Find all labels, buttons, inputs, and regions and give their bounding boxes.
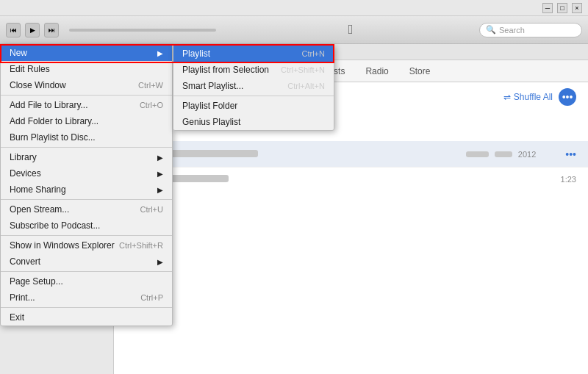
submenu-arrow-library: ▶ bbox=[157, 154, 163, 162]
file-menu-add-folder[interactable]: Add Folder to Library... bbox=[1, 113, 172, 129]
file-menu-edit-rules[interactable]: Edit Rules bbox=[1, 61, 172, 77]
close-button[interactable]: × bbox=[572, 3, 582, 13]
file-menu-subscribe-podcast[interactable]: Subscribe to Podcast... bbox=[1, 217, 172, 234]
file-menu-print-shortcut: Ctrl+P bbox=[140, 293, 163, 302]
file-menu-page-setup-label: Page Setup... bbox=[10, 276, 63, 287]
file-menu-home-sharing[interactable]: Home Sharing ▶ bbox=[1, 181, 172, 198]
file-menu-exit[interactable]: Exit bbox=[1, 309, 172, 326]
submenu-item-playlist[interactable]: Playlist Ctrl+N bbox=[173, 46, 334, 62]
search-box[interactable]: 🔍 Search bbox=[479, 23, 582, 37]
file-menu-divider-5 bbox=[1, 271, 172, 272]
track-meta-1: 2012 ••• bbox=[466, 148, 576, 160]
file-submenu-new: Playlist Ctrl+N Playlist from Selection … bbox=[173, 45, 334, 131]
track-meta-bar-1 bbox=[466, 151, 489, 157]
submenu-divider-1 bbox=[173, 96, 334, 96]
submenu-pfrom-label: Playlist from Selection bbox=[182, 65, 269, 75]
file-menu-show-explorer-shortcut: Ctrl+Shift+R bbox=[119, 241, 163, 250]
submenu-item-playlist-from-selection[interactable]: Playlist from Selection Ctrl+Shift+N bbox=[173, 62, 334, 78]
progress-bar[interactable] bbox=[69, 29, 216, 32]
track-more-button-1[interactable]: ••• bbox=[565, 148, 576, 160]
table-row: 2012 ••• bbox=[114, 141, 588, 168]
title-bar: ─ □ × bbox=[0, 0, 588, 16]
file-menu-open-stream-shortcut: Ctrl+U bbox=[140, 205, 163, 214]
file-menu-home-sharing-label: Home Sharing bbox=[10, 184, 66, 195]
track-meta-2: 1:23 bbox=[466, 175, 576, 184]
apple-logo-icon:  bbox=[348, 22, 354, 37]
file-menu-convert[interactable]: Convert ▶ bbox=[1, 253, 172, 270]
tab-store[interactable]: Store bbox=[401, 63, 440, 79]
file-menu-divider-6 bbox=[1, 307, 172, 308]
file-menu-add-folder-label: Add Folder to Library... bbox=[10, 116, 98, 126]
shuffle-icon: ⇌ bbox=[503, 92, 511, 102]
file-menu-add-file-shortcut: Ctrl+O bbox=[140, 101, 163, 109]
track-meta-bar-2 bbox=[495, 151, 512, 157]
maximize-button[interactable]: □ bbox=[557, 3, 567, 13]
file-menu-show-explorer-label: Show in Windows Explorer bbox=[10, 240, 115, 251]
search-placeholder: Search bbox=[499, 26, 525, 35]
rewind-button[interactable]: ⏮ bbox=[6, 23, 21, 37]
file-menu-close-window[interactable]: Close Window Ctrl+W bbox=[1, 77, 172, 93]
file-menu-dropdown: New ▶ Playlist Ctrl+N Playlist from Sele… bbox=[0, 44, 173, 326]
file-menu-print-label: Print... bbox=[10, 292, 35, 303]
file-menu-edit-rules-label: Edit Rules bbox=[10, 64, 50, 74]
file-menu-page-setup[interactable]: Page Setup... bbox=[1, 273, 172, 290]
submenu-genius-label: Genius Playlist bbox=[182, 117, 240, 127]
track-year-1: 2012 bbox=[518, 150, 536, 159]
submenu-item-playlist-folder[interactable]: Playlist Folder bbox=[173, 98, 334, 114]
track-info-1 bbox=[126, 149, 466, 159]
file-menu-add-file[interactable]: Add File to Library... Ctrl+O bbox=[1, 97, 172, 113]
submenu-pfolder-label: Playlist Folder bbox=[182, 101, 237, 111]
submenu-item-genius-playlist[interactable]: Genius Playlist bbox=[173, 114, 334, 130]
submenu-arrow-home-sharing: ▶ bbox=[157, 186, 163, 194]
forward-button[interactable]: ⏭ bbox=[44, 23, 59, 37]
submenu-item-smart-playlist[interactable]: Smart Playlist... Ctrl+Alt+N bbox=[173, 78, 334, 94]
search-icon: 🔍 bbox=[486, 25, 496, 35]
file-menu-open-stream[interactable]: Open Stream... Ctrl+U bbox=[1, 201, 172, 217]
file-menu-close-shortcut: Ctrl+W bbox=[138, 81, 163, 90]
shuffle-label: Shuffle All bbox=[514, 92, 553, 102]
submenu-smart-shortcut: Ctrl+Alt+N bbox=[287, 82, 325, 90]
file-menu-new[interactable]: New ▶ Playlist Ctrl+N Playlist from Sele… bbox=[1, 45, 172, 61]
minimize-button[interactable]: ─ bbox=[542, 3, 553, 13]
submenu-arrow-convert: ▶ bbox=[157, 258, 163, 266]
track-info-2 bbox=[126, 174, 466, 184]
track-duration-2: 1:23 bbox=[561, 175, 576, 184]
shuffle-all-button[interactable]: ⇌ Shuffle All bbox=[503, 92, 553, 102]
submenu-playlist-shortcut: Ctrl+N bbox=[302, 49, 325, 58]
file-menu-burn-label: Burn Playlist to Disc... bbox=[10, 132, 96, 143]
tab-radio[interactable]: Radio bbox=[356, 63, 397, 79]
file-menu-add-file-label: Add File to Library... bbox=[10, 100, 88, 110]
file-menu-library-label: Library bbox=[10, 152, 37, 162]
more-options-button[interactable]: ••• bbox=[559, 88, 576, 106]
submenu-smart-label: Smart Playlist... bbox=[182, 81, 243, 91]
toolbar: ⏮ ▶ ⏭  🔍 Search bbox=[0, 16, 588, 44]
table-row: 1:23 bbox=[114, 168, 588, 191]
file-menu-devices-label: Devices bbox=[10, 168, 41, 179]
file-menu-divider-1 bbox=[1, 95, 172, 96]
file-menu-library[interactable]: Library ▶ bbox=[1, 149, 172, 165]
file-menu-print[interactable]: Print... Ctrl+P bbox=[1, 290, 172, 306]
file-menu-new-label: New bbox=[10, 48, 27, 58]
file-menu-devices[interactable]: Devices ▶ bbox=[1, 165, 172, 181]
submenu-arrow-new: ▶ bbox=[157, 49, 163, 57]
file-menu: New ▶ Playlist Ctrl+N Playlist from Sele… bbox=[0, 44, 173, 326]
file-menu-close-label: Close Window bbox=[10, 80, 66, 90]
submenu-playlist-label: Playlist bbox=[182, 48, 210, 59]
file-menu-divider-3 bbox=[1, 199, 172, 200]
file-menu-divider-2 bbox=[1, 147, 172, 148]
file-menu-exit-label: Exit bbox=[10, 312, 24, 323]
submenu-arrow-devices: ▶ bbox=[157, 170, 163, 178]
file-menu-divider-4 bbox=[1, 235, 172, 236]
file-menu-open-stream-label: Open Stream... bbox=[10, 204, 69, 215]
file-menu-burn[interactable]: Burn Playlist to Disc... bbox=[1, 129, 172, 145]
submenu-pfrom-shortcut: Ctrl+Shift+N bbox=[281, 65, 325, 74]
file-menu-convert-label: Convert bbox=[10, 256, 40, 267]
play-button[interactable]: ▶ bbox=[25, 23, 40, 37]
file-menu-show-explorer[interactable]: Show in Windows Explorer Ctrl+Shift+R bbox=[1, 237, 172, 253]
file-menu-subscribe-label: Subscribe to Podcast... bbox=[10, 220, 100, 231]
